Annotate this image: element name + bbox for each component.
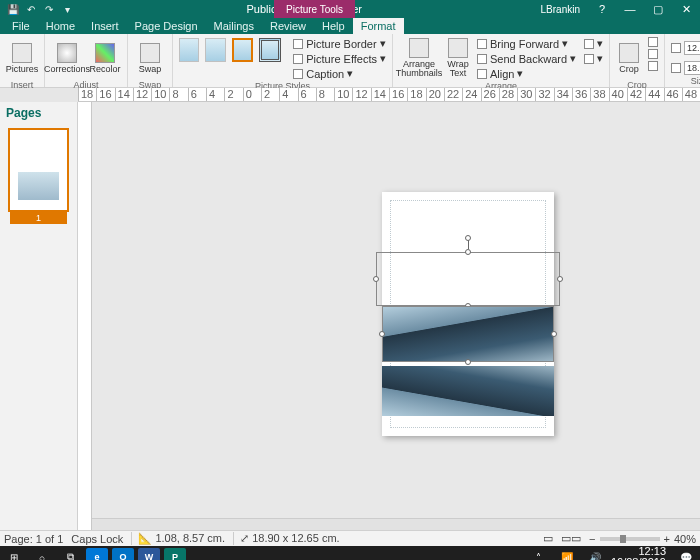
caption-label: Caption: [306, 68, 344, 80]
picture-style-3[interactable]: [232, 38, 253, 62]
tab-insert[interactable]: Insert: [83, 18, 127, 34]
taskbar-publisher[interactable]: P: [164, 548, 186, 560]
tab-format[interactable]: Format: [353, 18, 404, 34]
resize-handle-left[interactable]: [379, 331, 385, 337]
taskbar-outlook[interactable]: O: [112, 548, 134, 560]
clear-crop-button[interactable]: [646, 60, 660, 72]
tab-file[interactable]: File: [4, 18, 38, 34]
group-button[interactable]: ▾: [582, 36, 605, 51]
effects-icon: [293, 54, 303, 64]
chevron-down-icon: ▾: [597, 37, 603, 50]
zoom-in-icon[interactable]: +: [664, 533, 670, 545]
resize-handle-right[interactable]: [557, 276, 563, 282]
selected-text-box[interactable]: [376, 252, 560, 306]
tab-mailings[interactable]: Mailings: [206, 18, 262, 34]
chevron-down-icon: ▾: [597, 52, 603, 65]
contextual-tab-label: Picture Tools: [274, 0, 355, 18]
taskbar-clock[interactable]: 12:13 16/08/2019: [611, 546, 670, 560]
save-icon[interactable]: 💾: [6, 2, 20, 16]
crop-icon: [619, 43, 639, 63]
chevron-down-icon: ▾: [570, 52, 576, 65]
bring-forward-button[interactable]: Bring Forward▾: [475, 36, 578, 51]
recolor-icon: [95, 43, 115, 63]
action-center-icon[interactable]: 💬: [674, 548, 698, 560]
tab-page-design[interactable]: Page Design: [127, 18, 206, 34]
swap-button[interactable]: Swap: [132, 36, 168, 80]
picture-style-2[interactable]: [205, 38, 225, 62]
undo-icon[interactable]: ↶: [24, 2, 38, 16]
taskbar-edge[interactable]: e: [86, 548, 108, 560]
wrap-text-button[interactable]: Wrap Text: [443, 36, 473, 80]
send-backward-icon: [477, 54, 487, 64]
task-view-icon[interactable]: ⧉: [58, 548, 82, 560]
rotation-handle[interactable]: [465, 235, 471, 241]
canvas-area[interactable]: [78, 102, 700, 530]
caption-button[interactable]: Caption▾: [291, 66, 388, 81]
user-name[interactable]: LBrankin: [535, 0, 586, 18]
tray-volume-icon[interactable]: 🔊: [583, 548, 607, 560]
group-adjust: Corrections Recolor Adjust: [45, 34, 128, 87]
publication-page[interactable]: [382, 192, 554, 436]
resize-handle-right[interactable]: [551, 331, 557, 337]
taskbar-word[interactable]: W: [138, 548, 160, 560]
ribbon-tabs: File Home Insert Page Design Mailings Re…: [0, 18, 700, 34]
resize-handle-top[interactable]: [465, 249, 471, 255]
tab-home[interactable]: Home: [38, 18, 83, 34]
view-single-page-icon[interactable]: ▭: [543, 532, 553, 545]
group-icon: [584, 39, 594, 49]
recolor-button[interactable]: Recolor: [87, 36, 123, 80]
group-label-insert: Insert: [4, 80, 40, 91]
search-icon[interactable]: ⌕: [30, 548, 54, 560]
maximize-icon[interactable]: ▢: [646, 0, 670, 18]
resize-handle-bottom[interactable]: [465, 359, 471, 365]
send-backward-button[interactable]: Send Backward▾: [475, 51, 578, 66]
zoom-level[interactable]: 40%: [674, 533, 696, 545]
tab-review[interactable]: Review: [262, 18, 314, 34]
arrange-thumbnails-icon: [409, 38, 429, 58]
page-thumbnail-1[interactable]: 1: [8, 128, 69, 212]
send-backward-label: Send Backward: [490, 53, 567, 65]
start-button[interactable]: ⊞: [2, 548, 26, 560]
group-size: 12.65 cm 18.9 cm Size: [665, 34, 700, 87]
rotate-button[interactable]: ▾: [582, 51, 605, 66]
horizontal-ruler: 1816141210864202468101214161820222426283…: [78, 88, 700, 102]
chevron-down-icon: ▾: [347, 67, 353, 80]
picture-border-label: Picture Border: [306, 38, 376, 50]
zoom-out-icon[interactable]: −: [589, 533, 595, 545]
picture-border-button[interactable]: Picture Border▾: [291, 36, 388, 51]
help-icon[interactable]: ?: [590, 0, 614, 18]
pictures-button[interactable]: Pictures: [4, 36, 40, 80]
crop-button[interactable]: Crop: [614, 36, 644, 80]
tray-chevron-icon[interactable]: ˄: [527, 548, 551, 560]
status-caps-lock: Caps Lock: [71, 533, 123, 545]
corrections-button[interactable]: Corrections: [49, 36, 85, 80]
fit-button[interactable]: [646, 36, 660, 48]
chevron-down-icon: ▾: [562, 37, 568, 50]
resize-handle-left[interactable]: [373, 276, 379, 282]
fill-button[interactable]: [646, 48, 660, 60]
tray-network-icon[interactable]: 📶: [555, 548, 579, 560]
qat-more-icon[interactable]: ▾: [60, 2, 74, 16]
border-icon: [293, 39, 303, 49]
zoom-slider[interactable]: [600, 537, 660, 541]
picture-style-1[interactable]: [179, 38, 199, 62]
arrange-thumbnails-button[interactable]: Arrange Thumbnails: [397, 36, 441, 80]
windows-taskbar: ⊞ ⌕ ⧉ e O W P ˄ 📶 🔊 12:13 16/08/2019 💬: [0, 546, 700, 560]
redo-icon[interactable]: ↷: [42, 2, 56, 16]
picture-effects-button[interactable]: Picture Effects▾: [291, 51, 388, 66]
minimize-icon[interactable]: —: [618, 0, 642, 18]
tab-help[interactable]: Help: [314, 18, 353, 34]
align-button[interactable]: Align▾: [475, 66, 578, 81]
group-label-size: Size: [669, 76, 700, 87]
zoom-control[interactable]: − + 40%: [589, 533, 696, 545]
width-input[interactable]: 18.9 cm: [684, 61, 700, 75]
close-icon[interactable]: ✕: [674, 0, 698, 18]
horizontal-scrollbar[interactable]: [92, 518, 700, 530]
placed-image-bottom[interactable]: [382, 366, 554, 416]
height-input[interactable]: 12.65 cm: [684, 41, 700, 55]
pages-panel: Pages 1: [0, 102, 78, 530]
canvas[interactable]: [92, 102, 700, 530]
picture-style-4[interactable]: [259, 38, 281, 62]
placed-image-top[interactable]: [382, 306, 554, 362]
view-two-page-icon[interactable]: ▭▭: [561, 532, 581, 545]
